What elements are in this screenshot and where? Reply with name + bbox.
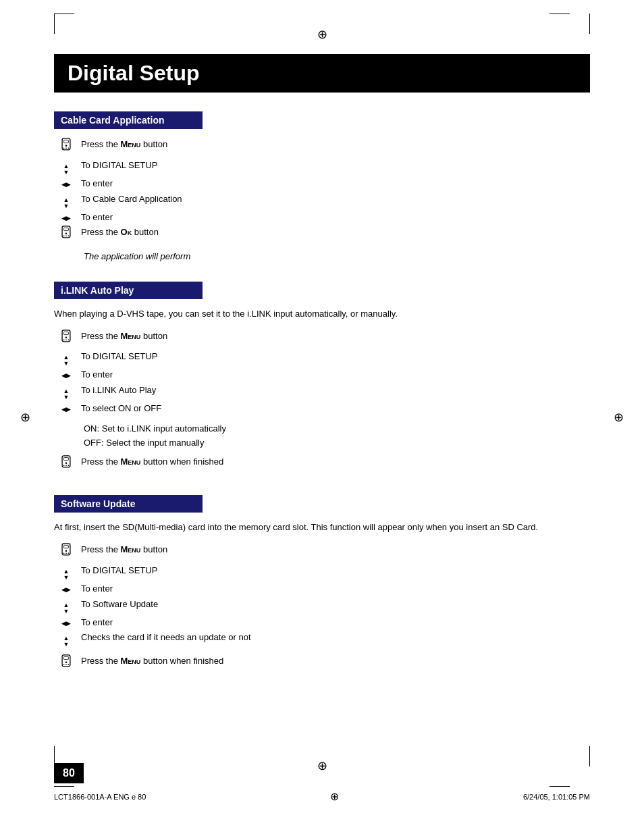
svg-point-33 [63,664,65,666]
table-row: ◀ ▶ To enter [54,367,170,383]
up-down-arrow-icon: ▲ ▼ [63,569,70,581]
table-row: Press the Menu button when finished [54,654,226,675]
svg-point-15 [63,339,65,340]
up-down-arrow-icon: ▲ ▼ [63,163,70,176]
left-right-arrow-icon: ◀ ▶ [61,585,71,594]
table-row: ◀ ▶ To enter [54,615,254,631]
svg-rect-1 [64,140,69,142]
instr-text: Press the Ok button [78,225,185,246]
svg-point-14 [65,336,68,338]
page-title: Digital Setup [54,54,590,93]
menu-remote-icon [59,462,74,472]
menu-icon-cell [54,542,78,563]
table-row: Press the Ok button [54,225,185,246]
svg-point-28 [65,552,67,554]
instr-text: To enter [78,176,185,192]
svg-point-23 [68,465,70,466]
corner-mark [589,14,590,34]
menu-remote-icon [59,336,74,346]
svg-point-11 [68,236,70,237]
footer-crosshair-icon: ⊕ [330,790,339,803]
svg-point-32 [65,662,68,664]
crosshair-bottom-icon: ⊕ [317,758,327,773]
corner-mark [54,14,55,34]
up-down-arrow-icon: ▲ ▼ [63,197,70,209]
menu-icon-cell [54,454,78,475]
up-down-arrow-icon: ▲ ▼ [63,635,70,648]
svg-rect-13 [64,332,69,334]
corner-mark [54,14,74,14]
left-right-arrow-icon: ◀ ▶ [61,405,71,414]
on-text: ON: Set to i.LINK input automatically [84,422,590,436]
up-down-arrow-icon: ▲ ▼ [63,388,70,400]
instr-text: To enter [78,367,170,383]
menu-icon-cell [54,137,78,158]
table-row: ▲ ▼ To DIGITAL SETUP [54,158,185,176]
left-right-arrow-icon: ◀ ▶ [61,213,71,223]
svg-rect-7 [64,228,69,231]
table-row: ▲ ▼ To DIGITAL SETUP [54,349,170,367]
menu-icon-cell [54,329,78,350]
svg-point-8 [65,233,68,235]
section-header-cable-card: Cable Card Application [54,111,203,129]
table-row: ◀ ▶ To enter [54,210,185,226]
svg-rect-19 [64,457,69,460]
svg-point-35 [68,664,70,666]
corner-mark [549,786,570,787]
arrow-lr-cell: ◀ ▶ [54,615,78,631]
ilink-on-off: ON: Set to i.LINK input automatically OF… [84,422,590,450]
svg-point-27 [63,552,65,554]
svg-point-2 [65,145,68,147]
instr-text: To Cable Card Application [78,192,185,210]
arrow-ud-cell: ▲ ▼ [54,383,78,401]
main-content: Digital Setup Cable Card Application [54,54,590,675]
instr-text: Checks the card if it needs an update or… [78,630,254,648]
instr-text: To select ON or OFF [78,401,170,417]
svg-point-3 [63,147,65,149]
ilink-finish-instructions: Press the Menu button when finished [54,454,226,475]
instr-text: To i.LINK Auto Play [78,383,170,401]
corner-mark [54,786,74,787]
ilink-instructions: Press the Menu button ▲ ▼ To DIGITAL SET… [54,329,170,417]
arrow-ud-cell: ▲ ▼ [54,597,78,615]
instr-text: To DIGITAL SETUP [78,158,185,176]
page: ⊕ ⊕ ⊕ ⊕ Digital Setup Cable Card Applica… [0,0,644,834]
corner-mark [549,14,570,14]
left-right-arrow-icon: ◀ ▶ [61,619,71,628]
crosshair-top-icon: ⊕ [317,27,327,42]
off-text: OFF: Select the input manually [84,436,590,450]
instr-text: To enter [78,581,254,597]
up-down-arrow-icon: ▲ ▼ [63,355,70,367]
table-row: ◀ ▶ To select ON or OFF [54,401,170,417]
table-row: ▲ ▼ To Software Update [54,597,254,615]
cable-card-note: The application will perform [84,251,590,261]
instr-text: Press the Menu button [78,137,185,158]
instr-text: Press the Menu button [78,329,170,350]
arrow-ud-cell: ▲ ▼ [54,630,78,648]
software-update-finish-instructions: Press the Menu button when finished [54,654,226,675]
svg-point-26 [65,550,68,552]
section-header-software-update: Software Update [54,495,203,513]
ok-icon-cell [54,225,78,246]
instr-text: Press the Menu button when finished [78,454,226,475]
svg-point-16 [65,339,67,340]
arrow-ud-cell: ▲ ▼ [54,349,78,367]
left-right-arrow-icon: ◀ ▶ [61,371,71,380]
crosshair-left-icon: ⊕ [20,410,30,425]
menu-remote-icon [59,661,74,671]
svg-point-4 [65,147,67,149]
svg-rect-31 [64,657,69,660]
software-update-desc: At first, insert the SD(Multi-media) car… [54,521,590,534]
section-header-ilink: i.LINK Auto Play [54,282,203,299]
footer-left-text: LCT1866-001A-A ENG e 80 [54,793,146,801]
instr-text: To enter [78,615,254,631]
svg-point-9 [63,236,65,237]
page-number: 80 [54,763,84,783]
menu-remote-icon [59,550,74,560]
svg-point-20 [65,462,68,464]
table-row: Press the Menu button [54,542,254,563]
crosshair-right-icon: ⊕ [614,410,624,425]
ilink-desc: When playing a D-VHS tape, you can set i… [54,307,590,321]
table-row: ▲ ▼ To DIGITAL SETUP [54,563,254,581]
up-down-arrow-icon: ▲ ▼ [63,602,70,615]
